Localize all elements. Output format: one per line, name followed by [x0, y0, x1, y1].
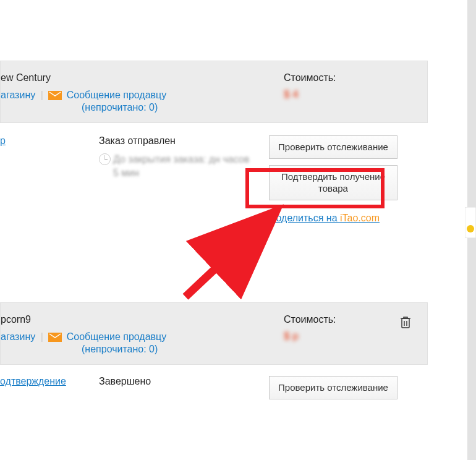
separator: |	[41, 90, 43, 100]
trash-icon[interactable]	[399, 315, 412, 331]
mail-icon	[48, 91, 62, 100]
order-status: Заказ отправлен	[99, 135, 250, 147]
store-name: pcorn9	[1, 314, 273, 325]
store-name: ew Century	[1, 72, 273, 83]
order-status: Завершено	[99, 376, 250, 387]
share-link[interactable]: Поделиться на iTao.com	[269, 213, 380, 224]
order-header-2: pcorn9 агазину | Сообщение продавцу (неп…	[0, 302, 428, 365]
timer-text: До закрытия заказа: дн часов 5 мин	[113, 153, 250, 181]
store-links-row: агазину | Сообщение продавцу (непрочитан…	[1, 90, 273, 113]
order-timer: До закрытия заказа: дн часов 5 мин	[99, 153, 250, 181]
clock-icon	[99, 153, 111, 165]
top-spacer	[0, 0, 428, 61]
order-header-1: ew Century агазину | Сообщение продавцу …	[0, 61, 428, 123]
message-seller-link[interactable]: Сообщение продавцу	[67, 331, 167, 342]
separator: |	[41, 331, 43, 342]
order-body-1: р Заказ отправлен До закрытия заказа: дн…	[0, 123, 428, 302]
side-widget	[465, 207, 476, 238]
message-seller-link[interactable]: Сообщение продавцу	[67, 90, 167, 100]
store-links-row: агазину | Сообщение продавцу (непрочитан…	[1, 331, 273, 355]
detail-link[interactable]: одтверждение	[0, 376, 66, 386]
svg-rect-5	[465, 207, 476, 238]
check-tracking-button[interactable]: Проверить отслеживание	[269, 376, 397, 399]
svg-point-6	[467, 225, 474, 232]
cost-label: Стоимость:	[284, 72, 427, 83]
svg-rect-3	[402, 318, 409, 328]
mail-icon	[48, 333, 62, 342]
order-body-2: одтверждение Завершено Проверить отслежи…	[0, 365, 428, 406]
cost-value: $ 4	[284, 88, 427, 101]
store-link[interactable]: агазину	[1, 90, 35, 100]
check-tracking-button[interactable]: Проверить отслеживание	[269, 135, 397, 159]
store-link[interactable]: агазину	[1, 331, 35, 342]
unread-count: (непрочитано: 0)	[1, 102, 273, 113]
detail-link[interactable]: р	[0, 135, 6, 146]
confirm-receipt-button[interactable]: Подтвердить получение товара	[269, 165, 397, 200]
cost-value: $ р	[284, 330, 427, 343]
unread-count: (непрочитано: 0)	[1, 344, 273, 355]
